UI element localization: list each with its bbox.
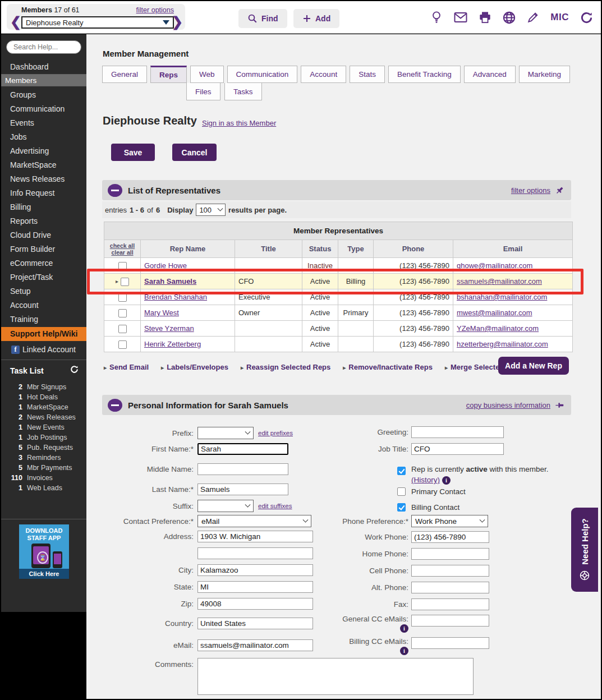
rep-name-link[interactable]: Sarah Samuels — [144, 277, 196, 285]
filter-options-link[interactable]: filter options — [136, 6, 174, 14]
pencil-icon[interactable] — [527, 11, 539, 24]
rep-name-link[interactable]: Steve Yzerman — [144, 324, 194, 333]
address-line2-input[interactable] — [197, 547, 313, 559]
contact-preference-select[interactable]: eMail — [197, 515, 311, 527]
sidebar-item-jobs[interactable]: Jobs — [1, 130, 86, 144]
history-link[interactable]: (History) — [411, 476, 440, 484]
row-checkbox[interactable] — [118, 340, 127, 349]
middle-name-input[interactable] — [197, 463, 288, 475]
task-row-news-releases[interactable]: 2News Releases — [1, 413, 86, 423]
send-email-action[interactable]: ▸Send Email — [104, 363, 149, 371]
sidebar-item-reports[interactable]: Reports — [1, 214, 86, 228]
address-line1-input[interactable] — [197, 531, 313, 542]
sidebar-item-billing[interactable]: Billing — [1, 200, 86, 214]
check-all-link[interactable]: check all — [108, 242, 137, 249]
click-here-label[interactable]: Click Here — [19, 569, 69, 579]
tab-stats[interactable]: Stats — [350, 66, 385, 83]
task-row-job-postings[interactable]: 1Job Postings — [1, 434, 86, 444]
rep-name-link[interactable]: Brendan Shanahan — [144, 293, 207, 301]
info-icon[interactable]: i — [400, 647, 408, 655]
reassign-selected-reps-action[interactable]: ▸Reassign Selected Reps — [241, 363, 330, 371]
sidebar-item-marketspace[interactable]: MarketSpace — [1, 158, 86, 172]
member-select[interactable]: Diephouse Realty — [21, 16, 174, 29]
sidebar-item-support-help-wiki[interactable]: Support Help/Wiki — [1, 327, 86, 341]
sidebar-item-cloud-drive[interactable]: Cloud Drive — [1, 228, 86, 242]
greeting-input[interactable] — [411, 426, 504, 438]
labels-envelopes-action[interactable]: ▸Labels/Envelopes — [161, 363, 228, 371]
suffix-select[interactable] — [197, 500, 254, 512]
zip-input[interactable] — [197, 598, 313, 610]
rep-email-link[interactable]: hzetterberg@mailinator.com — [457, 340, 548, 348]
phone-preference-select[interactable]: Work Phone — [411, 515, 488, 527]
comments-textarea[interactable] — [197, 658, 474, 695]
task-row-reminders[interactable]: 3Reminders — [1, 454, 86, 464]
billing-contact-checkbox[interactable] — [397, 503, 406, 512]
save-button[interactable]: Save — [111, 144, 155, 161]
alt-phone-input[interactable] — [411, 582, 489, 593]
edit-prefixes-link[interactable]: edit prefixes — [258, 430, 293, 436]
globe-icon[interactable] — [503, 11, 516, 24]
task-row-invoices[interactable]: 110Invoices — [1, 474, 86, 484]
first-name-input[interactable] — [197, 443, 288, 455]
help-search-input[interactable] — [6, 40, 81, 54]
rep-name-link[interactable]: Mary West — [144, 308, 179, 317]
tab-general[interactable]: General — [102, 66, 147, 83]
sign-in-as-member-link[interactable]: Sign in as this Member — [202, 119, 276, 127]
tab-reps[interactable]: Reps — [150, 66, 187, 83]
row-checkbox[interactable] — [118, 309, 127, 317]
state-input[interactable] — [197, 581, 313, 593]
sidebar-item-groups[interactable]: Groups — [1, 88, 86, 102]
add-new-rep-button[interactable]: Add a New Rep — [498, 357, 569, 375]
clear-all-link[interactable]: clear all — [108, 249, 137, 256]
remove-inactivate-reps-action[interactable]: ▸Remove/Inactivate Reps — [343, 363, 433, 371]
row-checkbox[interactable] — [118, 293, 127, 302]
tab-marketing[interactable]: Marketing — [519, 66, 570, 83]
task-row-pub-requests[interactable]: 5Pub. Requests — [1, 444, 86, 454]
tab-account[interactable]: Account — [301, 66, 346, 83]
sidebar-item-advertising[interactable]: Advertising — [1, 144, 86, 158]
sidebar-item-account[interactable]: Account — [1, 298, 86, 312]
rep-name-link[interactable]: Henrik Zetterberg — [144, 340, 201, 348]
printer-icon[interactable] — [479, 11, 491, 24]
sidebar-item-project-task[interactable]: Project/Task — [1, 270, 86, 284]
task-row-hot-deals[interactable]: 1Hot Deals — [1, 393, 86, 403]
page-size-select[interactable]: 100 — [196, 204, 226, 216]
collapse-section-icon[interactable] — [108, 399, 122, 412]
rep-email-link[interactable]: mwest@mailinator.com — [457, 308, 532, 317]
tab-advanced[interactable]: Advanced — [464, 66, 516, 83]
email-input[interactable] — [197, 639, 313, 651]
find-button[interactable]: Find — [238, 9, 287, 28]
mic-logo[interactable]: MIC — [550, 12, 569, 23]
sidebar-item-ecommerce[interactable]: eCommerce — [1, 256, 86, 270]
city-input[interactable] — [197, 564, 313, 576]
task-row-new-events[interactable]: 1New Events — [1, 423, 86, 434]
reps-filter-options-link[interactable]: filter options — [511, 186, 550, 195]
rep-email-link[interactable]: ssamuels@mailinator.com — [457, 277, 542, 285]
task-row-web-leads[interactable]: 1Web Leads — [1, 484, 86, 494]
pin-icon[interactable] — [555, 400, 564, 410]
rep-email-link[interactable]: bshanahan@mailinator.com — [457, 293, 547, 301]
lightbulb-icon[interactable] — [430, 11, 443, 24]
sidebar-item-members[interactable]: Members — [1, 74, 86, 86]
task-row-mbr-signups[interactable]: 2Mbr Signups — [1, 383, 86, 393]
tab-files[interactable]: Files — [186, 83, 220, 100]
sidebar-item-communication[interactable]: Communication — [1, 102, 86, 116]
home-phone-input[interactable] — [411, 548, 489, 560]
rep-email-link[interactable]: ghowe@mailinator.com — [457, 261, 532, 270]
fax-input[interactable] — [411, 598, 489, 610]
sidebar-item-info-request[interactable]: Info Request — [1, 186, 86, 200]
pin-icon[interactable] — [555, 186, 564, 195]
work-phone-input[interactable] — [411, 531, 489, 543]
rep-name-link[interactable]: Gordie Howe — [144, 261, 187, 270]
sidebar-item-setup[interactable]: Setup — [1, 284, 86, 298]
sidebar-item-events[interactable]: Events — [1, 116, 86, 130]
rep-email-link[interactable]: YZeMan@mailinator.com — [457, 324, 539, 333]
sidebar-item-training[interactable]: Training — [1, 312, 86, 326]
general-cc-emails-input[interactable] — [411, 615, 489, 627]
task-refresh-icon[interactable] — [70, 365, 79, 374]
cell-phone-input[interactable] — [411, 565, 489, 577]
row-checkbox[interactable] — [118, 262, 127, 270]
download-staff-app-banner[interactable]: DOWNLOADSTAFF APP ⌛ Click Here — [19, 524, 69, 579]
primary-contact-checkbox[interactable] — [397, 487, 406, 496]
tab-benefit-tracking[interactable]: Benefit Tracking — [388, 66, 461, 83]
